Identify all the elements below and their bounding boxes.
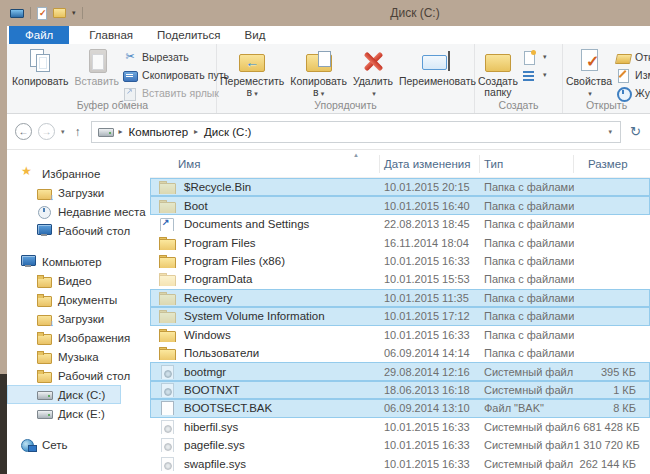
sidebar-item-pictures[interactable]: Изображения [7, 328, 150, 347]
file-row[interactable]: swapfile.sys10.01.2015 16:33Системный фа… [150, 455, 650, 473]
sidebar-item-network[interactable]: Сеть [7, 435, 150, 454]
tab-file[interactable]: Файл [9, 26, 69, 44]
quick-access-toolbar: ▾ [0, 0, 83, 26]
delete-button[interactable]: Удалить ▾ [350, 44, 396, 99]
chevron-down-icon: ▾ [543, 53, 547, 61]
breadcrumb-disk-c[interactable]: Диск (C:) [204, 126, 251, 138]
sidebar-item-downloads-2[interactable]: Загрузки [7, 309, 150, 328]
file-type: Папка с файлами [480, 181, 574, 193]
paste-shortcut-button[interactable]: Вставить ярлык [122, 86, 229, 100]
new-folder-icon[interactable] [53, 8, 66, 18]
file-row[interactable]: Windows10.01.2015 16:33Папка с файлами [150, 326, 650, 344]
main-area: ИзбранноеЗагрузкиНедавние местаРабочий с… [7, 150, 650, 473]
copy-to-button[interactable]: Копировать в▾ [287, 44, 350, 99]
sidebar-item-favorites[interactable]: Избранное [7, 164, 150, 183]
properties-icon[interactable] [37, 7, 47, 20]
ribbon-group-new: Создать папку ▾ ▾ Создать [475, 44, 563, 113]
open-button[interactable]: Открыть [615, 50, 650, 64]
copy-path-button[interactable]: Скопировать путь [122, 68, 229, 82]
new-folder-button[interactable]: Создать папку [475, 44, 521, 99]
file-row[interactable]: ProgramData10.01.2015 15:53Папка с файла… [150, 270, 650, 288]
file-type: Системный файл [480, 366, 574, 378]
new-item-button[interactable]: ▾ [521, 50, 547, 64]
file-type: Папка с файлами [480, 347, 574, 359]
tab-view[interactable]: Вид [233, 26, 278, 44]
paste-shortcut-label: Вставить ярлык [142, 87, 219, 99]
file-row[interactable]: Program Files16.11.2014 18:04Папка с фай… [150, 233, 650, 251]
sidebar-item-recent-places[interactable]: Недавние места [7, 202, 150, 221]
sidebar-item-documents[interactable]: Документы [7, 290, 150, 309]
ribbon-big-buttons: Свойства ▾ Открыть Изменить [563, 44, 650, 99]
folder-icon [37, 293, 52, 306]
up-button[interactable]: ↑ [75, 125, 81, 139]
sidebar-item-label: Недавние места [58, 206, 146, 218]
file-type: Папка с файлами [480, 310, 574, 322]
file-row[interactable]: $Recycle.Bin10.01.2015 20:15Папка с файл… [150, 178, 650, 196]
sidebar-item-label: Избранное [42, 168, 100, 180]
breadcrumb-computer[interactable]: Компьютер [129, 126, 189, 138]
tab-home[interactable]: Главная [77, 26, 145, 44]
refresh-button[interactable]: ↻ [627, 124, 644, 139]
file-list-pane: ▲ Имя Дата изменения Тип Размер $Recycle… [150, 150, 650, 473]
back-button[interactable]: ← [15, 123, 32, 140]
history-icon [615, 86, 631, 100]
file-row[interactable]: Boot10.01.2015 16:40Папка с файлами [150, 196, 650, 214]
sidebar-item-computer[interactable]: Компьютер [7, 252, 150, 271]
ribbon-big-buttons: Копировать Вставить ✂ Вырезать Скоп [9, 44, 216, 99]
column-header-name[interactable]: Имя [150, 155, 380, 173]
folder-icon [159, 291, 176, 305]
file-size: 395 КБ [574, 366, 650, 378]
file-row[interactable]: BOOTNXT18.06.2013 16:18Системный файл1 К… [150, 381, 650, 399]
recent-locations-dropdown-icon[interactable]: ▾ [61, 128, 65, 136]
file-row[interactable]: Пользователи06.09.2014 14:14Папка с файл… [150, 344, 650, 362]
copy-button[interactable]: Копировать [9, 44, 72, 99]
sidebar-item-desktop-2[interactable]: Рабочий стол [7, 366, 150, 385]
file-date: 10.01.2015 15:53 [380, 273, 480, 285]
file-date: 10.01.2015 11:35 [380, 292, 480, 304]
edit-button[interactable]: Изменить [615, 68, 650, 82]
tab-share[interactable]: Поделиться [145, 26, 233, 44]
address-bar[interactable]: ▸ Компьютер ▸ Диск (C:) ▾ [91, 121, 622, 143]
breadcrumb-separator-icon: ▸ [194, 127, 198, 136]
file-row[interactable]: System Volume Information10.01.2015 17:1… [150, 307, 650, 325]
file-row[interactable]: BOOTSECT.BAK06.09.2014 13:10Файл "BAK"8 … [150, 399, 650, 417]
file-row[interactable]: Documents and Settings22.08.2013 18:45Па… [150, 215, 650, 233]
column-header-type[interactable]: Тип [480, 155, 574, 173]
file-row[interactable]: Program Files (x86)10.01.2015 16:33Папка… [150, 252, 650, 270]
sidebar-item-downloads[interactable]: Загрузки [7, 183, 150, 202]
history-button[interactable]: Журнал [615, 86, 650, 100]
address-dropdown-icon[interactable]: ▾ [609, 128, 615, 136]
file-row[interactable]: bootmgr29.08.2014 12:16Системный файл395… [150, 362, 650, 380]
easy-access-button[interactable]: ▾ [521, 68, 547, 82]
sidebar-item-disk-c[interactable]: Диск (C:) [7, 385, 121, 404]
chevron-down-icon[interactable]: ▾ [72, 9, 76, 17]
chevron-down-icon: ▾ [321, 90, 325, 97]
file-name: Documents and Settings [184, 218, 309, 230]
forward-button[interactable]: → [38, 123, 55, 140]
sidebar-item-desktop[interactable]: Рабочий стол [7, 221, 150, 240]
edit-label: Изменить [635, 69, 650, 81]
computer-icon [21, 255, 36, 268]
star-icon [21, 167, 36, 180]
sidebar-item-music[interactable]: Музыка [7, 347, 150, 366]
sidebar-item-disk-e[interactable]: Диск (E:) [7, 404, 150, 423]
paste-button[interactable]: Вставить [72, 44, 123, 99]
copy-to-icon [303, 47, 335, 75]
file-row[interactable]: hiberfil.sys10.01.2015 16:33Системный фа… [150, 418, 650, 436]
sidebar-item-video[interactable]: Видео [7, 271, 150, 290]
rename-button[interactable]: Переименовать [396, 44, 479, 99]
file-row[interactable]: Recovery10.01.2015 11:35Папка с файлами [150, 289, 650, 307]
properties-button[interactable]: Свойства ▾ [563, 44, 615, 99]
chevron-down-icon: ▾ [254, 90, 258, 97]
explorer-window: ▾ Диск (C:) Файл Главная Поделиться Вид … [0, 0, 650, 474]
system-file-icon [159, 365, 176, 379]
move-to-button[interactable]: Переместить в▾ [217, 44, 287, 99]
cut-button[interactable]: ✂ Вырезать [122, 50, 229, 64]
column-header-date[interactable]: Дата изменения [380, 155, 480, 173]
copy-label: Копировать [12, 76, 69, 87]
sidebar-item-label: Документы [58, 294, 117, 306]
file-name: Program Files [184, 237, 256, 249]
folder-icon [37, 274, 52, 287]
column-header-size[interactable]: Размер [574, 155, 650, 173]
file-row[interactable]: pagefile.sys10.01.2015 16:33Системный фа… [150, 436, 650, 454]
